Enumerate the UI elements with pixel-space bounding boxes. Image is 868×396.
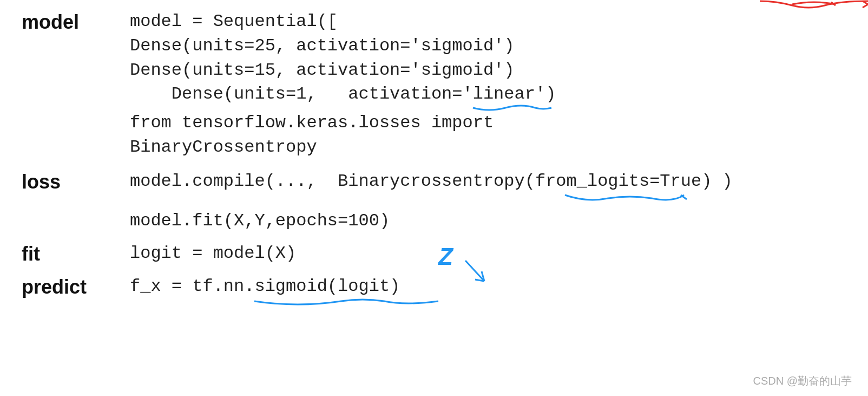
fit-label: fit — [22, 242, 130, 265]
dense3-suffix: ') — [535, 84, 556, 104]
svg-line-4 — [465, 261, 484, 281]
fit-code: logit = model(X) — [130, 242, 296, 266]
linear-annotated: linear — [473, 82, 535, 107]
loss-label: loss — [22, 170, 130, 193]
top-red-arrow — [792, 0, 836, 8]
loss-line2: model.fit(X,Y,epochs=100) — [130, 209, 733, 233]
svg-text:Z: Z — [437, 243, 454, 270]
z-arrow-svg: Z — [433, 244, 498, 288]
logits-brace-svg — [338, 193, 712, 205]
code-line-model1: model = Sequential([ — [130, 10, 556, 34]
loss-line1: model.compile(..., Binarycrossentropy(fr… — [130, 170, 733, 194]
predict-label: predict — [22, 275, 130, 298]
loss-fit-text: model.fit(X,Y,epochs=100) — [130, 211, 390, 231]
model-section: model model = Sequential([ Dense(units=2… — [22, 10, 846, 160]
code-line-dense1: Dense(units=25, activation='sigmoid') — [130, 34, 556, 59]
loss-compile-prefix: model.compile(..., — [130, 171, 338, 191]
fit-line1: logit = model(X) — [130, 242, 296, 266]
dense3-prefix: Dense(units=1, activation=' — [130, 84, 473, 104]
loss-section: loss model.compile(..., Binarycrossentro… — [22, 170, 846, 233]
code-line-dense3: Dense(units=1, activation='linear') — [130, 82, 556, 107]
svg-line-1 — [863, 4, 868, 8]
logits-annotated: Binarycrossentropy(from_logits=True) — [338, 170, 712, 194]
model-label: model — [22, 10, 130, 34]
loss-compile-suffix: ) — [712, 171, 732, 191]
page-container: model model = Sequential([ Dense(units=2… — [0, 0, 868, 396]
import1-text: from tensorflow.keras.losses import — [130, 113, 494, 133]
predict-code: f_x = tf.nn.sigmoid(logit) — [130, 275, 400, 299]
fit-section: fit logit = model(X) Z — [22, 242, 846, 266]
sigmoid-annotated: sigmoid(logit) — [254, 275, 400, 299]
linear-underline-svg — [473, 105, 535, 112]
code-line-dense2: Dense(units=15, activation='sigmoid') — [130, 59, 556, 83]
loss-code: model.compile(..., Binarycrossentropy(fr… — [130, 170, 733, 233]
code-line-import2: BinaryCrossentropy — [130, 135, 556, 160]
predict-line1: f_x = tf.nn.sigmoid(logit) — [130, 275, 400, 299]
watermark: CSDN @勤奋的山芋 — [753, 374, 852, 388]
predict-prefix: f_x = tf.nn. — [130, 276, 254, 296]
sigmoid-underline-svg — [254, 298, 400, 308]
code-line-import1: from tensorflow.keras.losses import — [130, 111, 556, 135]
model-code: model = Sequential([ Dense(units=25, act… — [130, 10, 556, 160]
